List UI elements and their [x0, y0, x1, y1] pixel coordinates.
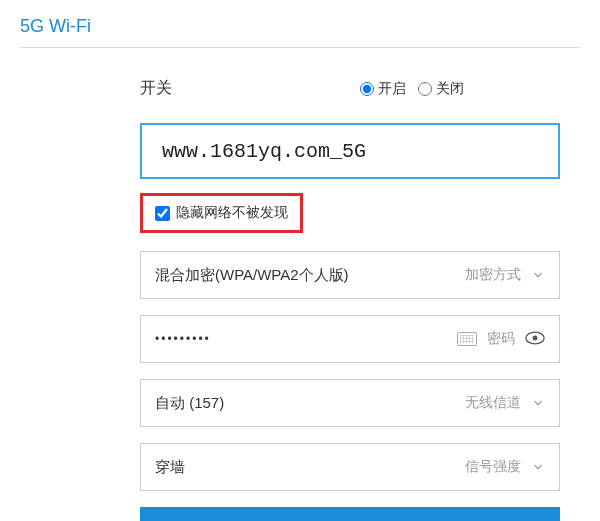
- encryption-caption: 加密方式: [465, 266, 521, 284]
- signal-caption: 信号强度: [465, 458, 521, 476]
- wifi-form: 开关 开启 关闭 www.1681yq.com_5G 隐藏网络不被发现 混合加密…: [0, 78, 560, 521]
- eye-icon[interactable]: [525, 331, 545, 348]
- switch-radios: 开启 关闭: [360, 80, 464, 98]
- section-title: 5G Wi-Fi: [0, 0, 600, 47]
- chevron-down-icon: [531, 460, 545, 474]
- save-button[interactable]: 保存: [140, 507, 560, 521]
- channel-caption: 无线信道: [465, 394, 521, 412]
- ssid-text: www.1681yq.com_5G: [162, 140, 366, 163]
- hide-network-checkbox[interactable]: [155, 206, 170, 221]
- switch-on-label: 开启: [378, 80, 406, 98]
- switch-off-option[interactable]: 关闭: [418, 80, 464, 98]
- keyboard-icon[interactable]: [457, 332, 477, 346]
- hide-network-label: 隐藏网络不被发现: [176, 204, 288, 222]
- chevron-down-icon: [531, 268, 545, 282]
- svg-point-1: [533, 335, 538, 340]
- chevron-down-icon: [531, 396, 545, 410]
- encryption-select[interactable]: 混合加密(WPA/WPA2个人版) 加密方式: [140, 251, 560, 299]
- switch-label: 开关: [140, 78, 360, 99]
- channel-select[interactable]: 自动 (157) 无线信道: [140, 379, 560, 427]
- signal-value: 穿墙: [155, 458, 185, 477]
- password-input[interactable]: ••••••••• 密码: [140, 315, 560, 363]
- switch-row: 开关 开启 关闭: [140, 78, 560, 99]
- encryption-value: 混合加密(WPA/WPA2个人版): [155, 266, 349, 285]
- switch-off-label: 关闭: [436, 80, 464, 98]
- password-masked: •••••••••: [155, 332, 211, 346]
- switch-off-radio[interactable]: [418, 82, 432, 96]
- switch-on-option[interactable]: 开启: [360, 80, 406, 98]
- signal-select[interactable]: 穿墙 信号强度: [140, 443, 560, 491]
- password-caption: 密码: [487, 330, 515, 348]
- switch-on-radio[interactable]: [360, 82, 374, 96]
- ssid-input[interactable]: www.1681yq.com_5G: [140, 123, 560, 179]
- hide-network-highlight: 隐藏网络不被发现: [140, 193, 303, 233]
- section-divider: [20, 47, 580, 48]
- channel-value: 自动 (157): [155, 394, 224, 413]
